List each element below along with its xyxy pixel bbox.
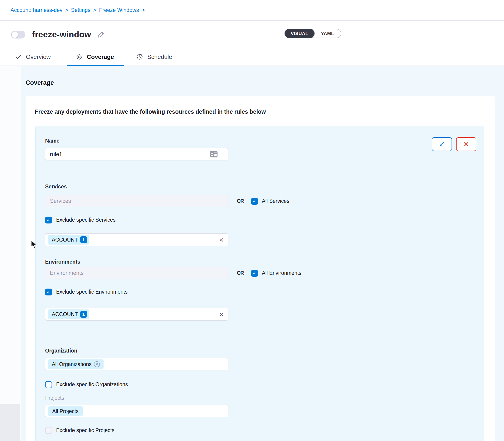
projects-multiselect[interactable]: All Projects [45, 405, 229, 417]
exclude-environments-label: Exclude specific Environments [56, 289, 128, 295]
breadcrumb-bar: Account: harness-dev>Settings>Freeze Win… [0, 0, 504, 21]
breadcrumb-account-link[interactable]: Account: harness-dev [11, 7, 62, 13]
gear-icon [76, 53, 83, 61]
tab-schedule-label: Schedule [147, 53, 172, 61]
environments-input[interactable] [45, 267, 229, 279]
page-header: freeze-window [0, 21, 504, 48]
exclude-organizations-label: Exclude specific Organizations [56, 381, 128, 388]
name-label: Name [45, 138, 60, 144]
card-title: Freeze any deployments that have the fol… [35, 109, 266, 115]
left-rail-footer [0, 404, 20, 441]
apply-rule-button[interactable]: ✓ [432, 137, 452, 151]
organization-label: Organization [45, 348, 77, 354]
exclude-services-checkbox[interactable]: ✓ [45, 217, 52, 223]
tab-overview-label: Overview [26, 53, 51, 61]
clear-services-icon[interactable]: × [219, 236, 224, 244]
chip-label: ACCOUNT [52, 237, 78, 243]
exclude-organizations-checkbox[interactable] [45, 381, 52, 388]
services-input[interactable] [45, 195, 229, 207]
check-icon [15, 53, 22, 60]
toggle-knob [12, 31, 18, 38]
tab-schedule[interactable]: Schedule [136, 48, 172, 65]
clock-retry-icon [136, 53, 143, 61]
projects-label: Projects [45, 395, 64, 401]
chip-count-badge: 1 [80, 236, 87, 243]
breadcrumb-settings-link[interactable]: Settings [71, 7, 91, 13]
id-card-icon [210, 151, 218, 159]
chip-count-badge: 1 [80, 311, 87, 318]
exclude-projects-label: Exclude specific Projects [56, 427, 114, 433]
cancel-rule-button[interactable]: ✕ [456, 137, 476, 151]
tab-coverage-label: Coverage [87, 53, 114, 61]
visual-yaml-toggle: VISUAL YAML [285, 29, 341, 38]
tab-coverage[interactable]: Coverage [76, 48, 114, 65]
rule-name-input[interactable] [45, 148, 229, 160]
left-rail [0, 66, 21, 441]
exclude-environments-checkbox[interactable]: ✓ [45, 289, 52, 296]
all-services-checkbox[interactable]: ✓ [251, 198, 258, 205]
edit-pencil-icon[interactable] [97, 30, 105, 39]
visual-tab-button[interactable]: VISUAL [285, 29, 315, 38]
excluded-services-chip[interactable]: ACCOUNT 1 [48, 235, 89, 245]
excluded-environments-multiselect[interactable]: ACCOUNT 1 × [45, 308, 229, 321]
coverage-content: Coverage Freeze any deployments that hav… [0, 66, 504, 441]
breadcrumb-separator: > [142, 7, 145, 13]
rule-panel: Name ✓ ✕ Services [35, 126, 484, 441]
freeze-enable-toggle[interactable] [11, 31, 25, 38]
all-environments-label: All Environments [262, 270, 302, 276]
excluded-environments-chip[interactable]: ACCOUNT 1 [48, 309, 89, 319]
or-text: OR [237, 198, 244, 204]
remove-chip-icon[interactable]: ✕ [94, 361, 100, 367]
or-text: OR [237, 270, 244, 276]
page-title: freeze-window [32, 30, 91, 39]
breadcrumb-separator: > [93, 7, 96, 13]
excluded-services-multiselect[interactable]: ACCOUNT 1 × [45, 233, 229, 246]
coverage-heading: Coverage [26, 79, 54, 86]
tab-overview[interactable]: Overview [15, 48, 51, 65]
chip-label: ACCOUNT [52, 311, 78, 317]
services-label: Services [45, 184, 67, 190]
divider [45, 176, 476, 176]
all-environments-checkbox[interactable]: ✓ [251, 270, 258, 277]
freeze-window-page: Account: harness-dev>Settings>Freeze Win… [0, 0, 504, 441]
exclude-services-label: Exclude specific Services [56, 217, 116, 223]
coverage-card: Freeze any deployments that have the fol… [26, 95, 495, 441]
breadcrumb-freeze-windows-link[interactable]: Freeze Windows [99, 7, 139, 13]
exclude-projects-checkbox[interactable] [45, 427, 52, 434]
organization-multiselect[interactable]: All Organizations ✕ [45, 358, 229, 370]
divider [45, 339, 476, 339]
environments-label: Environments [45, 259, 80, 265]
mouse-cursor [29, 239, 38, 250]
chip-label: All Projects [52, 408, 78, 414]
tab-bar: Overview Coverage Schedule [0, 48, 504, 66]
breadcrumb-separator: > [65, 7, 68, 13]
chip-label: All Organizations [52, 361, 92, 367]
all-organizations-chip[interactable]: All Organizations ✕ [48, 359, 104, 369]
all-services-label: All Services [262, 198, 289, 204]
all-projects-chip[interactable]: All Projects [48, 406, 83, 416]
clear-environments-icon[interactable]: × [219, 310, 224, 318]
breadcrumb: Account: harness-dev>Settings>Freeze Win… [11, 7, 148, 13]
